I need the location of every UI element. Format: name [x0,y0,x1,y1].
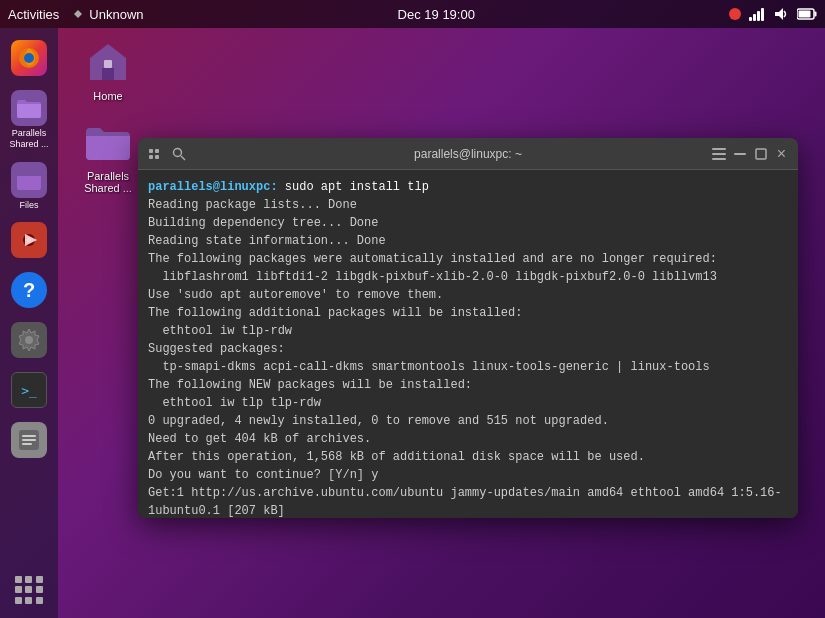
activities-button[interactable]: Activities [8,7,59,22]
terminal-line-5: libflashrom1 libftdi1-2 libgdk-pixbuf-xl… [148,268,788,286]
status-dot [729,8,741,20]
terminal-minimize-button[interactable] [731,145,748,163]
terminal-line-0: parallels@linuxpc: sudo apt install tlp [148,178,788,196]
firefox-icon [11,40,47,76]
terminal-line-7: The following additional packages will b… [148,304,788,322]
terminal-line-12: ethtool iw tlp tlp-rdw [148,394,788,412]
topbar-datetime: Dec 19 19:00 [398,7,475,22]
svg-rect-20 [149,149,153,153]
sidebar-item-terminal[interactable]: >_ [3,368,55,414]
sidebar-item-rhythmbox[interactable] [3,218,55,264]
svg-rect-3 [761,8,764,21]
files-manager-icon [11,422,47,458]
terminal-line-17: Get:1 http://us.archive.ubuntu.com/ubunt… [148,484,788,518]
svg-rect-7 [799,11,811,18]
svg-rect-29 [734,153,746,155]
topbar-left: Activities Unknown [8,7,144,22]
terminal-window: parallels@linuxpc: ~ [138,138,798,518]
svg-point-14 [25,336,33,344]
parallels-shared-folder-icon [11,90,47,126]
terminal-line-4: The following packages were automaticall… [148,250,788,268]
rhythmbox-icon [11,222,47,258]
terminal-dock-icon: >_ [11,372,47,408]
terminal-hamburger-button[interactable] [710,145,727,163]
svg-line-25 [181,156,185,160]
sidebar-files-label: Files [19,200,38,211]
svg-rect-1 [753,14,756,21]
topbar-right [729,7,817,21]
desktop-icon-parallels-shared[interactable]: Parallels Shared ... [68,118,148,194]
files-folder-icon [11,162,47,198]
svg-rect-22 [149,155,153,159]
sidebar-item-files-manager[interactable] [3,418,55,464]
parallels-icon [71,7,85,21]
desktop: Home Parallels Shared ... [58,28,825,618]
terminal-window-controls: × [710,145,790,163]
app-indicator[interactable]: Unknown [71,7,143,22]
terminal-line-3: Reading state information... Done [148,232,788,250]
sidebar-item-files[interactable]: Files [3,158,55,215]
help-icon: ? [11,272,47,308]
terminal-line-11: The following NEW packages will be insta… [148,376,788,394]
topbar: Activities Unknown Dec 19 19:00 [0,0,825,28]
sidebar-item-settings[interactable] [3,318,55,364]
svg-rect-21 [155,149,159,153]
parallels-shared-icon-label: Parallels Shared ... [68,170,148,194]
sidebar-item-parallels-shared[interactable]: Parallels Shared ... [3,86,55,154]
sidebar-item-show-apps[interactable] [3,572,55,610]
svg-rect-26 [712,148,726,150]
svg-rect-30 [756,149,766,159]
terminal-line-13: 0 upgraded, 4 newly installed, 0 to remo… [148,412,788,430]
volume-icon [773,7,789,21]
terminal-line-2: Building dependency tree... Done [148,214,788,232]
show-apps-icon [15,576,43,604]
sidebar-item-help[interactable]: ? [3,268,55,314]
terminal-title-label: parallels@linuxpc: ~ [226,147,710,161]
svg-rect-17 [22,439,36,441]
svg-rect-19 [104,60,112,68]
svg-point-24 [174,148,182,156]
terminal-line-8: ethtool iw tlp-rdw [148,322,788,340]
terminal-menu-icon[interactable] [146,145,164,163]
svg-rect-2 [757,11,760,21]
svg-rect-16 [22,435,36,437]
settings-gear-icon [11,322,47,358]
terminal-line-6: Use 'sudo apt autoremove' to remove them… [148,286,788,304]
network-icon [749,7,765,21]
terminal-line-10: tp-smapi-dkms acpi-call-dkms smartmontoo… [148,358,788,376]
terminal-line-1: Reading package lists... Done [148,196,788,214]
svg-rect-6 [815,12,817,17]
sidebar-item-firefox[interactable] [3,36,55,82]
home-folder-icon [84,38,132,86]
terminal-close-button[interactable]: × [773,145,790,163]
terminal-line-14: Need to get 404 kB of archives. [148,430,788,448]
svg-rect-18 [22,443,32,445]
terminal-maximize-button[interactable] [752,145,769,163]
sidebar-parallels-label: Parallels Shared ... [5,128,53,150]
app-name-label: Unknown [89,7,143,22]
terminal-titlebar: parallels@linuxpc: ~ [138,138,798,170]
svg-marker-4 [775,8,783,20]
terminal-line-16: Do you want to continue? [Y/n] y [148,466,788,484]
terminal-search-button[interactable] [170,145,188,163]
terminal-line-15: After this operation, 1,568 kB of additi… [148,448,788,466]
desktop-icon-home[interactable]: Home [68,38,148,102]
terminal-line-9: Suggested packages: [148,340,788,358]
terminal-titlebar-left [146,145,226,163]
battery-icon [797,8,817,20]
sidebar: Parallels Shared ... Files ? [0,28,58,618]
parallels-shared-desktop-icon [84,118,132,166]
svg-rect-28 [712,158,726,160]
svg-rect-23 [155,155,159,159]
svg-point-9 [24,53,34,63]
terminal-body: parallels@linuxpc: sudo apt install tlp … [138,170,798,518]
svg-rect-0 [749,17,752,21]
svg-rect-27 [712,153,726,155]
home-icon-label: Home [93,90,122,102]
